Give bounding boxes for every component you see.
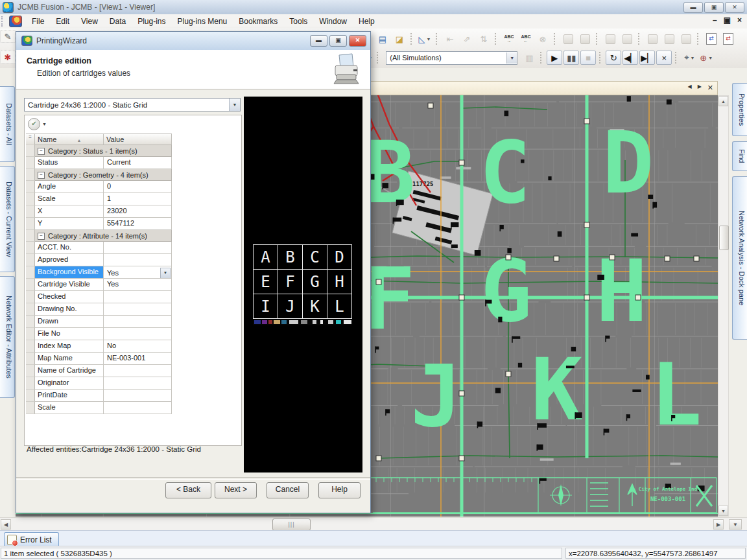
collapse-icon[interactable]: − [38,233,45,240]
chevron-down-icon[interactable]: ▼ [229,99,240,111]
label-prev-icon[interactable]: ABC← [518,32,534,46]
table-row[interactable]: Drawing No. [26,303,172,316]
dialog-restore-button[interactable]: ▣ [329,35,347,47]
category-row[interactable]: −Category : Attribute - 14 item(s) [26,230,172,242]
menu-bookmarks[interactable]: Bookmarks [233,16,283,27]
table-row[interactable]: X23020 [26,205,172,218]
table-row[interactable]: Angle0 [26,181,172,193]
property-value[interactable] [104,316,172,328]
vscroll-thumb[interactable] [719,226,729,250]
column-header-value[interactable]: Value [104,134,172,145]
step-back-icon[interactable]: ◀▏ [622,51,638,65]
tool-box-2-icon[interactable] [577,32,593,46]
property-value[interactable]: No [104,340,172,353]
mdi-minimize-button[interactable]: – [713,16,717,25]
chevron-down-icon[interactable]: ▼ [708,56,713,60]
doc-compare-red-icon[interactable]: ⇄ [720,32,736,46]
property-value[interactable] [104,390,172,402]
view-close-icon[interactable]: ✕ [707,84,713,92]
chevron-down-icon[interactable]: ▼ [690,56,694,60]
restore-button[interactable]: ▣ [704,2,724,13]
image-icon[interactable]: ▤ [375,32,390,46]
property-value[interactable] [104,365,172,377]
chevron-down-icon[interactable]: ▼ [160,268,171,279]
table-row[interactable]: Scale1 [26,193,172,205]
menu-edit[interactable]: Edit [50,16,75,27]
table-row[interactable]: StatusCurrent [26,157,172,169]
view-prev-icon[interactable]: ◀ [687,84,691,92]
map-horizontal-scrollbar[interactable]: ◀ ||| ▶ ▼ [0,517,747,531]
table-row[interactable]: Drawn [26,316,172,328]
property-value[interactable] [104,254,172,266]
scroll-options-icon[interactable]: ▼ [729,519,742,530]
table-row[interactable]: Name of Cartridge [26,365,172,377]
cartridge-combobox[interactable]: Cartridge 24x36 1:2000 - Static Grid ▼ [24,98,241,111]
edit-pencil-icon[interactable]: ✎ [0,30,16,43]
property-value[interactable] [104,291,172,303]
simulations-combobox[interactable]: (All Simulations)▼ [386,51,517,65]
tool-box-5-icon[interactable] [645,32,660,46]
collapse-arrows-icon[interactable]: ⇤ [442,32,458,46]
chevron-down-icon[interactable]: ▼ [427,37,431,41]
table-row[interactable]: File No [26,328,172,340]
table-row[interactable]: PrintDate [26,390,172,402]
scroll-down-icon[interactable]: ▼ [718,506,728,516]
help-button[interactable]: Help [318,482,361,498]
table-row[interactable]: Map NameNE-003-001 [26,353,172,365]
property-value[interactable]: 1 [104,193,172,205]
back-button[interactable]: < Back [165,482,211,498]
property-value[interactable] [104,303,172,316]
dialog-close-button[interactable]: ✕ [349,35,366,47]
table-row[interactable]: Scale [26,402,172,414]
property-value[interactable] [104,328,172,340]
category-row[interactable]: −Category : Geometry - 4 item(s) [26,169,172,181]
delete-sim-icon[interactable]: × [656,51,672,65]
eraser-icon[interactable]: ◪ [392,32,407,46]
tool-box-6-icon[interactable] [661,32,677,46]
sidebar-tab-datasets-current-view[interactable]: Datasets - Current View [0,166,15,272]
table-row[interactable]: Cartridge VisibleYes [26,279,172,291]
sidebar-tab-datasets-all[interactable]: Datasets - All [0,86,15,162]
property-value[interactable] [104,242,172,254]
map-vertical-scrollbar[interactable]: ▲ ▼ [718,95,729,517]
apply-sim-icon[interactable]: ▥ [521,51,537,65]
snap-crosshair-icon[interactable]: ⌖▼ [682,51,697,65]
chevron-down-icon[interactable]: ▼ [42,122,47,126]
hscroll-thumb[interactable]: ||| [272,519,311,531]
scroll-up-icon[interactable]: ▲ [718,96,728,106]
cancel-circle-icon[interactable]: ⊗ [535,32,551,46]
table-row[interactable]: ACCT. No. [26,242,172,254]
loop-icon[interactable]: ↻ [606,51,621,65]
property-value[interactable] [104,402,172,414]
pause-icon[interactable]: ▮▮ [563,51,579,65]
trace-icon[interactable]: ⊕▼ [698,51,714,65]
value-combobox[interactable]: Yes▼ [104,266,172,279]
menu-view[interactable]: View [75,16,104,27]
menu-tools[interactable]: Tools [283,16,313,27]
tool-box-7-icon[interactable] [678,32,694,46]
sidebar-tab-network-analysis-dock-pane[interactable]: Network Analysis - Dock pane [732,176,747,340]
menu-help[interactable]: Help [353,16,381,27]
tool-box-1-icon[interactable] [560,32,576,46]
property-value[interactable]: 0 [104,181,172,193]
validate-button[interactable]: ✔ ▼ [28,118,47,130]
cancel-button[interactable]: Cancel [267,482,309,498]
symbol-red-icon[interactable]: ✱ [0,51,16,64]
sidebar-tab-find[interactable]: Find [732,141,747,171]
doc-compare-blue-icon[interactable]: ⇄ [704,32,719,46]
error-list-tab[interactable]: Error List [4,532,59,546]
column-header-name[interactable]: Name ▲ [35,134,104,145]
property-value[interactable]: NE-003-001 [104,353,172,365]
play-icon[interactable]: ▶ [547,51,562,65]
scroll-left-icon[interactable]: ◀ [1,519,11,530]
close-button[interactable]: ✕ [725,2,744,13]
stop-icon[interactable]: ■ [580,51,596,65]
dialog-minimize-button[interactable]: ▬ [310,35,327,47]
measure-icon[interactable]: ◺▼ [417,32,433,46]
view-next-icon[interactable]: ▶ [698,84,702,92]
dialog-title-bar[interactable]: PrintingWizard ▬ ▣ ✕ [16,32,370,51]
next-button[interactable]: Next > [215,482,257,498]
table-row[interactable]: Y5547112 [26,218,172,230]
scroll-right-icon[interactable]: ▶ [713,519,724,530]
chevron-down-icon[interactable]: ▼ [506,52,517,64]
